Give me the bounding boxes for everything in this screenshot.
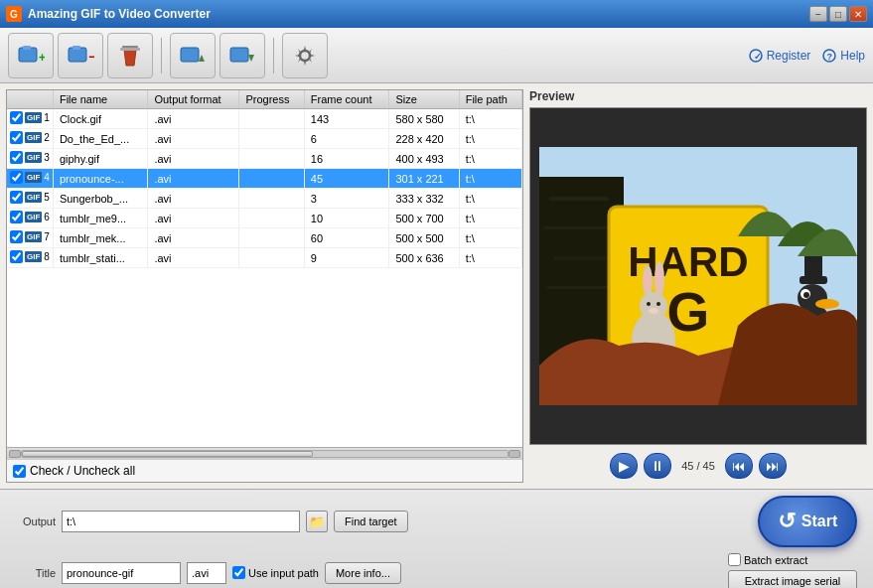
start-button[interactable]: ↺ Start — [758, 496, 857, 547]
col-progress[interactable]: Progress — [239, 90, 304, 109]
col-path[interactable]: File path — [459, 90, 521, 109]
svg-marker-9 — [199, 55, 205, 62]
ext-input[interactable] — [187, 562, 226, 584]
cell-format: .avi — [148, 189, 239, 209]
gif-badge: GIF — [25, 231, 42, 242]
maximize-button[interactable]: □ — [829, 6, 847, 22]
gif-badge: GIF — [25, 192, 42, 203]
output-label: Output — [8, 515, 56, 527]
cell-path: t:\ — [459, 189, 521, 209]
prev-frame-button[interactable]: ⏮ — [725, 453, 753, 479]
col-check[interactable] — [7, 90, 53, 109]
next-frame-button[interactable]: ⏭ — [759, 453, 787, 479]
play-button[interactable]: ▶ — [610, 453, 638, 479]
cell-format: .avi — [148, 129, 239, 149]
scroll-thumb[interactable] — [22, 451, 313, 457]
cell-frames: 6 — [304, 129, 389, 149]
gif-badge: GIF — [25, 152, 42, 163]
row-checkbox[interactable] — [10, 171, 23, 184]
svg-point-33 — [656, 302, 660, 306]
row-checkbox[interactable] — [10, 111, 23, 124]
table-row[interactable]: GIF 3 giphy.gif .avi 16 400 x 493 t:\ — [7, 149, 522, 169]
cell-filename: Sungerbob_... — [53, 189, 148, 209]
row-num: 7 — [44, 231, 50, 242]
svg-rect-22 — [547, 286, 612, 289]
file-table: File name Output format Progress Frame c… — [7, 90, 522, 268]
row-num: 5 — [44, 192, 50, 203]
cell-progress — [239, 228, 304, 248]
use-input-path-label[interactable]: Use input path — [232, 566, 319, 579]
remove-file-button[interactable]: − — [58, 33, 103, 78]
svg-rect-3 — [69, 48, 86, 62]
table-row[interactable]: GIF 6 tumblr_me9... .avi 10 500 x 700 t:… — [7, 209, 522, 228]
row-checkbox[interactable] — [10, 230, 23, 243]
horizontal-scrollbar[interactable] — [7, 447, 522, 459]
row-checkbox[interactable] — [10, 250, 23, 263]
output-input[interactable] — [62, 511, 300, 532]
check-all-checkbox[interactable] — [13, 465, 26, 478]
register-link[interactable]: ✓ Register — [749, 49, 811, 63]
table-row[interactable]: GIF 8 tumblr_stati... .avi 9 500 x 636 t… — [7, 248, 522, 268]
pause-button[interactable]: ⏸ — [644, 453, 671, 479]
use-input-path-checkbox[interactable] — [232, 566, 245, 579]
bottom-panel: Output 📁 Find target ↺ Start Title Use i… — [0, 489, 873, 588]
help-link[interactable]: ? Help — [822, 49, 865, 63]
row-num: 3 — [44, 152, 50, 163]
batch-extract-checkbox[interactable] — [728, 553, 741, 566]
cell-frames: 16 — [304, 149, 389, 169]
find-target-button[interactable]: Find target — [334, 511, 408, 532]
cell-path: t:\ — [459, 129, 521, 149]
col-size[interactable]: Size — [389, 90, 459, 109]
move-down-button[interactable] — [219, 33, 265, 78]
svg-text:−: − — [88, 49, 94, 65]
table-row[interactable]: GIF 2 Do_the_Ed_... .avi 6 228 x 420 t:\ — [7, 129, 522, 149]
cell-size: 580 x 580 — [389, 109, 459, 129]
cell-filename: tumblr_stati... — [53, 248, 148, 268]
svg-rect-8 — [181, 48, 199, 62]
extract-serial-button[interactable]: Extract image serial — [728, 570, 857, 588]
cell-path: t:\ — [459, 169, 521, 189]
more-info-button[interactable]: More info... — [325, 562, 401, 584]
col-format[interactable]: Output format — [148, 90, 239, 109]
add-files-button[interactable]: + — [8, 33, 54, 78]
svg-rect-41 — [804, 254, 822, 278]
cell-filename: Do_the_Ed_... — [53, 129, 148, 149]
preview-image: HARD G — [539, 147, 857, 405]
row-checkbox[interactable] — [10, 131, 23, 144]
table-row[interactable]: GIF 1 Clock.gif .avi 143 580 x 580 t:\ — [7, 109, 522, 129]
table-row[interactable]: GIF 5 Sungerbob_... .avi 3 333 x 332 t:\ — [7, 189, 522, 209]
row-checkbox[interactable] — [10, 191, 23, 204]
title-input[interactable] — [62, 562, 181, 584]
svg-point-30 — [645, 269, 651, 293]
title-label: Title — [8, 567, 56, 579]
toolbar: + − ✓ Register ? Help — [0, 28, 873, 83]
cell-format: .avi — [148, 228, 239, 248]
svg-rect-21 — [554, 256, 609, 260]
cell-filename: pronounce-... — [53, 169, 148, 189]
clear-list-button[interactable] — [107, 33, 153, 78]
table-row[interactable]: GIF 7 tumblr_mek... .avi 60 500 x 500 t:… — [7, 228, 522, 248]
batch-extract-label[interactable]: Batch extract — [728, 553, 857, 566]
cell-progress — [239, 129, 304, 149]
move-up-button[interactable] — [170, 33, 216, 78]
table-row[interactable]: GIF 4 pronounce-... .avi 45 301 x 221 t:… — [7, 169, 522, 189]
cell-progress — [239, 109, 304, 129]
close-button[interactable]: ✕ — [849, 6, 867, 22]
cell-progress — [239, 248, 304, 268]
col-filename[interactable]: File name — [53, 90, 148, 109]
settings-button[interactable] — [282, 33, 328, 78]
check-all-row: Check / Uncheck all — [7, 459, 522, 482]
svg-rect-7 — [120, 48, 140, 51]
toolbar-right: ✓ Register ? Help — [749, 49, 865, 63]
cell-progress — [239, 209, 304, 228]
row-checkbox[interactable] — [10, 151, 23, 164]
row-checkbox[interactable] — [10, 211, 23, 223]
col-frames[interactable]: Frame count — [304, 90, 389, 109]
minimize-button[interactable]: − — [809, 6, 827, 22]
frame-counter: 45 / 45 — [677, 460, 719, 472]
cell-size: 301 x 221 — [389, 169, 459, 189]
scroll-track[interactable] — [21, 450, 509, 458]
svg-rect-1 — [23, 46, 31, 50]
browse-folder-button[interactable]: 📁 — [306, 511, 328, 532]
cell-path: t:\ — [459, 228, 521, 248]
